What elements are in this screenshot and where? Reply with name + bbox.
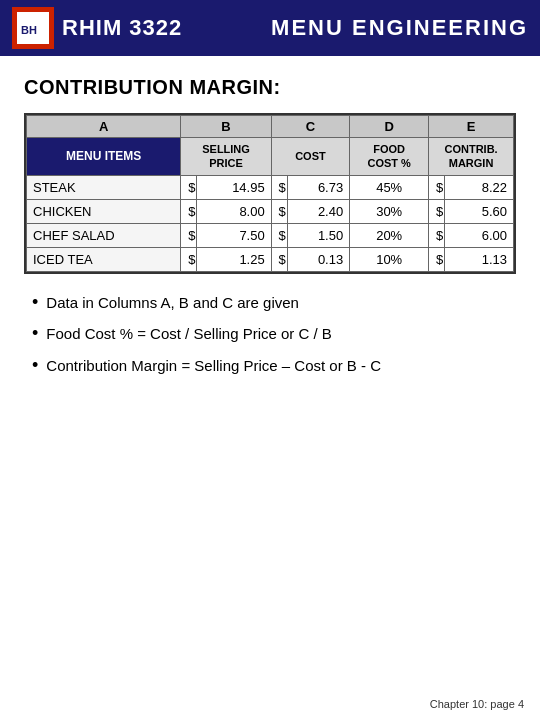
page-title: MENU ENGINEERING [271,15,528,41]
tea-sell-dollar: $ [181,247,197,271]
salad-pct: 20% [350,223,429,247]
steak-pct: 45% [350,175,429,199]
item-iced-tea: ICED TEA [27,247,181,271]
steak-cost-amt: 6.73 [287,175,350,199]
table-row: CHEF SALAD $ 7.50 $ 1.50 20% $ 6.00 [27,223,514,247]
salad-margin-dollar: $ [429,223,445,247]
col-d-letter: D [350,116,429,138]
salad-cost-amt: 1.50 [287,223,350,247]
svg-text:BH: BH [21,24,37,36]
col-a-letter: A [27,116,181,138]
steak-margin-amt: 8.22 [445,175,514,199]
list-item: • Food Cost % = Cost / Selling Price or … [32,323,508,345]
table-row: STEAK $ 14.95 $ 6.73 45% $ 8.22 [27,175,514,199]
tea-sell-amt: 1.25 [197,247,271,271]
data-table: A B C D E MENU ITEMS SELLINGPRICE COST F… [24,113,516,274]
tea-margin-dollar: $ [429,247,445,271]
chicken-cost-dollar: $ [271,199,287,223]
col-food-cost-header: FOODCOST % [350,138,429,176]
bullet-list: • Data in Columns A, B and C are given •… [24,292,516,377]
chicken-cost-amt: 2.40 [287,199,350,223]
item-steak: STEAK [27,175,181,199]
bullet-icon: • [32,292,38,314]
col-selling-price-header: SELLINGPRICE [181,138,271,176]
steak-margin-dollar: $ [429,175,445,199]
table-header-labels: MENU ITEMS SELLINGPRICE COST FOODCOST % … [27,138,514,176]
logo-inner: BH [17,12,49,44]
bullet-text-1: Data in Columns A, B and C are given [46,292,299,313]
col-e-letter: E [429,116,514,138]
list-item: • Contribution Margin = Selling Price – … [32,355,508,377]
header: BH RHIM 3322 MENU ENGINEERING [0,0,540,56]
main-content: CONTRIBUTION MARGIN: A B C D E MENU ITEM… [0,56,540,398]
chicken-margin-amt: 5.60 [445,199,514,223]
table-row: ICED TEA $ 1.25 $ 0.13 10% $ 1.13 [27,247,514,271]
list-item: • Data in Columns A, B and C are given [32,292,508,314]
col-c-letter: C [271,116,350,138]
tea-margin-amt: 1.13 [445,247,514,271]
course-label: RHIM 3322 [62,15,271,41]
tea-cost-dollar: $ [271,247,287,271]
col-cost-header: COST [271,138,350,176]
page-number: 4 [518,698,524,710]
bullet-icon: • [32,323,38,345]
col-contrib-margin-header: CONTRIB.MARGIN [429,138,514,176]
chapter-label: Chapter 10: page [430,698,515,710]
salad-sell-amt: 7.50 [197,223,271,247]
tea-pct: 10% [350,247,429,271]
salad-cost-dollar: $ [271,223,287,247]
bullet-icon: • [32,355,38,377]
tea-cost-amt: 0.13 [287,247,350,271]
salad-margin-amt: 6.00 [445,223,514,247]
steak-sell-dollar: $ [181,175,197,199]
chicken-sell-amt: 8.00 [197,199,271,223]
logo-icon: BH [19,14,47,42]
item-chef-salad: CHEF SALAD [27,223,181,247]
chicken-margin-dollar: $ [429,199,445,223]
salad-sell-dollar: $ [181,223,197,247]
col-menu-items-header: MENU ITEMS [27,138,181,176]
bullet-text-2: Food Cost % = Cost / Selling Price or C … [46,323,332,344]
col-b-letter: B [181,116,271,138]
footer: Chapter 10: page 4 [430,698,524,710]
section-title: CONTRIBUTION MARGIN: [24,76,516,99]
steak-cost-dollar: $ [271,175,287,199]
table-row: CHICKEN $ 8.00 $ 2.40 30% $ 5.60 [27,199,514,223]
bullet-text-3: Contribution Margin = Selling Price – Co… [46,355,381,376]
chicken-pct: 30% [350,199,429,223]
item-chicken: CHICKEN [27,199,181,223]
chicken-sell-dollar: $ [181,199,197,223]
table-header-letters: A B C D E [27,116,514,138]
steak-sell-amt: 14.95 [197,175,271,199]
logo-box: BH [12,7,54,49]
